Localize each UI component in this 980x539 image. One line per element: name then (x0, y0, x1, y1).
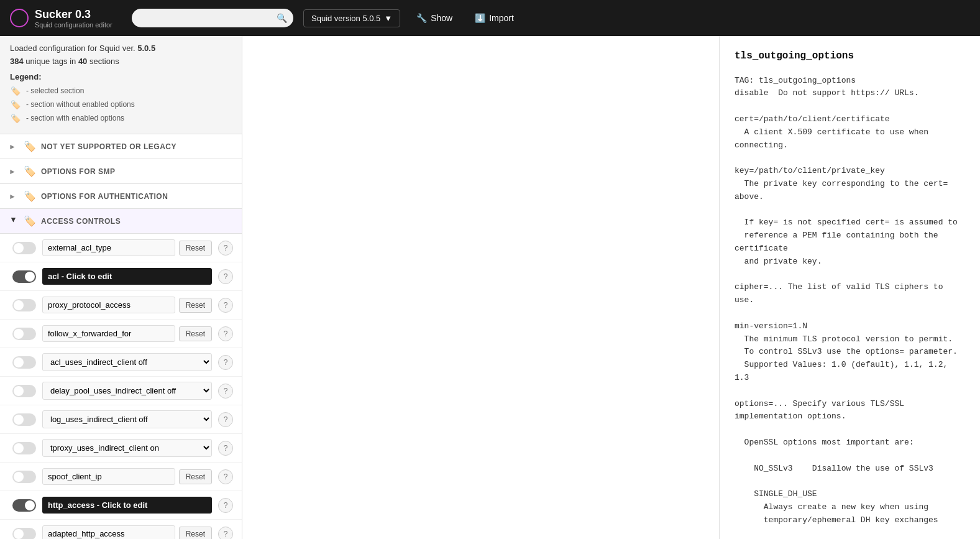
option-toggle-delay-pool-uses-indirect-client[interactable] (12, 385, 36, 397)
option-row-adapted-http-access: Reset ? (0, 520, 242, 539)
chevron-icon: ► (9, 192, 19, 201)
reset-button-follow-x-forwarded-for[interactable]: Reset (179, 326, 212, 341)
help-button-http-access[interactable]: ? (218, 498, 233, 513)
option-input-spoof-client-ip[interactable] (42, 468, 175, 485)
toggle-knob (14, 243, 24, 253)
option-toggle-tproxy-uses-indirect-client[interactable] (12, 442, 36, 454)
option-select-acl-uses-indirect-client[interactable]: acl_uses_indirect_client off (42, 353, 212, 371)
section-tag-icon: 🏷️ (24, 165, 36, 177)
access-controls-options: Reset ? ? (0, 234, 242, 539)
option-field: delay_pool_uses_indirect_client off (42, 382, 212, 400)
option-row-http-access: ? (0, 491, 242, 520)
help-button-follow-x-forwarded-for[interactable]: ? (218, 326, 233, 341)
center-panel (242, 36, 719, 539)
squid-version-button[interactable]: Squid version 5.0.5 ▼ (303, 9, 400, 27)
search-box: 🔍 (132, 9, 293, 27)
legend-title: Legend: (10, 72, 232, 81)
reset-button-adapted-http-access[interactable]: Reset (179, 527, 212, 540)
option-toggle-http-access[interactable] (12, 499, 36, 512)
option-field: tproxy_uses_indirect_client on (42, 439, 212, 457)
right-panel-doc: TAG: tls_outgoing_options disable Do not… (735, 75, 965, 539)
toggle-knob (14, 300, 24, 310)
import-icon: ⬇️ (475, 13, 485, 23)
doc-text: TAG: tls_outgoing_options disable Do not… (735, 75, 965, 539)
section-options-for-smp[interactable]: ► 🏷️ OPTIONS FOR SMP (0, 159, 242, 184)
option-field: Reset (42, 297, 212, 313)
option-input-follow-x-forwarded-for[interactable] (42, 325, 175, 342)
option-input-external-acl-type[interactable] (42, 239, 175, 256)
reset-button-external-acl-type[interactable]: Reset (179, 241, 212, 256)
option-toggle-adapted-http-access[interactable] (12, 528, 36, 540)
section-not-yet-supported[interactable]: ► 🏷️ NOT YET SUPPORTED OR LEGACY (0, 134, 242, 159)
show-label: Show (431, 13, 452, 23)
option-field: Reset (42, 239, 212, 256)
show-button[interactable]: 🔧 Show (410, 9, 459, 27)
option-row-acl-uses-indirect-client: acl_uses_indirect_client off ? (0, 348, 242, 377)
option-select-delay-pool-uses-indirect-client[interactable]: delay_pool_uses_indirect_client off (42, 382, 212, 400)
section-tag-icon: 🏷️ (24, 190, 36, 202)
legend-item-no-enabled: 🏷️ - section without enabled options (10, 99, 232, 110)
option-toggle-log-uses-indirect-client[interactable] (12, 413, 36, 426)
help-button-delay-pool-uses-indirect-client[interactable]: ? (218, 384, 233, 398)
chevron-icon: ► (9, 216, 18, 226)
selected-section-icon: 🏷️ (10, 85, 21, 96)
section-options-for-authentication[interactable]: ► 🏷️ OPTIONS FOR AUTHENTICATION (0, 184, 242, 209)
option-input-http-access[interactable] (42, 497, 212, 514)
option-row-tproxy-uses-indirect-client: tproxy_uses_indirect_client on ? (0, 434, 242, 463)
with-enabled-section-icon: 🏷️ (10, 113, 21, 124)
reset-button-spoof-client-ip[interactable]: Reset (179, 469, 212, 484)
help-button-log-uses-indirect-client[interactable]: ? (218, 412, 233, 427)
help-button-acl[interactable]: ? (218, 269, 233, 284)
option-row-log-uses-indirect-client: log_uses_indirect_client off ? (0, 405, 242, 434)
help-button-external-acl-type[interactable]: ? (218, 241, 233, 256)
help-button-acl-uses-indirect-client[interactable]: ? (218, 355, 233, 370)
app-title-block: Sucker 0.3 Squid configuration editor (35, 8, 112, 29)
section-label: OPTIONS FOR SMP (41, 167, 233, 176)
search-icon: 🔍 (277, 13, 287, 23)
help-button-proxy-protocol-access[interactable]: ? (218, 298, 233, 313)
option-select-log-uses-indirect-client[interactable]: log_uses_indirect_client off (42, 410, 212, 428)
option-toggle-acl-uses-indirect-client[interactable] (12, 356, 36, 369)
option-toggle-follow-x-forwarded-for[interactable] (12, 328, 36, 340)
section-label: NOT YET SUPPORTED OR LEGACY (41, 142, 233, 151)
legend: Legend: 🏷️ - selected section 🏷️ - secti… (10, 72, 232, 124)
toggle-knob (14, 529, 24, 539)
app-subtitle: Squid configuration editor (35, 21, 112, 29)
option-select-tproxy-uses-indirect-client[interactable]: tproxy_uses_indirect_client on (42, 439, 212, 457)
option-row-external-acl-type: Reset ? (0, 234, 242, 262)
option-input-adapted-http-access[interactable] (42, 525, 175, 539)
option-field: acl_uses_indirect_client off (42, 353, 212, 371)
legend-selected-label: - selected section (26, 86, 84, 95)
help-button-adapted-http-access[interactable]: ? (218, 527, 233, 540)
option-toggle-acl[interactable] (12, 270, 36, 283)
option-input-proxy-protocol-access[interactable] (42, 297, 175, 313)
chevron-down-icon: ▼ (384, 14, 392, 23)
squid-version-label: Squid version 5.0.5 (311, 14, 380, 23)
toggle-knob (14, 357, 24, 367)
help-button-spoof-client-ip[interactable]: ? (218, 469, 233, 484)
import-button[interactable]: ⬇️ Import (469, 9, 520, 27)
option-input-acl[interactable] (42, 268, 212, 285)
option-toggle-proxy-protocol-access[interactable] (12, 299, 36, 311)
chevron-icon: ► (9, 142, 19, 151)
toggle-knob (14, 386, 24, 396)
option-toggle-external-acl-type[interactable] (12, 242, 36, 254)
squid-version-badge: 5.0.5 (137, 44, 155, 53)
legend-item-selected: 🏷️ - selected section (10, 85, 232, 96)
option-field-acl (42, 268, 212, 285)
legend-with-enabled-label: - section with enabled options (26, 114, 124, 122)
sections-list: ► 🏷️ NOT YET SUPPORTED OR LEGACY ► 🏷️ OP… (0, 134, 242, 539)
section-access-controls[interactable]: ► 🏷️ ACCESS CONTROLS (0, 209, 242, 234)
topbar: Sucker 0.3 Squid configuration editor 🔍 … (0, 0, 980, 36)
app-title: Sucker 0.3 (35, 8, 112, 21)
toggle-knob (14, 472, 24, 482)
option-row-proxy-protocol-access: Reset ? (0, 291, 242, 320)
option-toggle-spoof-client-ip[interactable] (12, 471, 36, 483)
import-label: Import (489, 13, 514, 23)
toggle-knob (25, 272, 35, 282)
option-field: Reset (42, 325, 212, 342)
search-input[interactable] (132, 9, 293, 27)
help-button-tproxy-uses-indirect-client[interactable]: ? (218, 441, 233, 456)
reset-button-proxy-protocol-access[interactable]: Reset (179, 298, 212, 313)
section-tag-icon: 🏷️ (24, 215, 36, 227)
